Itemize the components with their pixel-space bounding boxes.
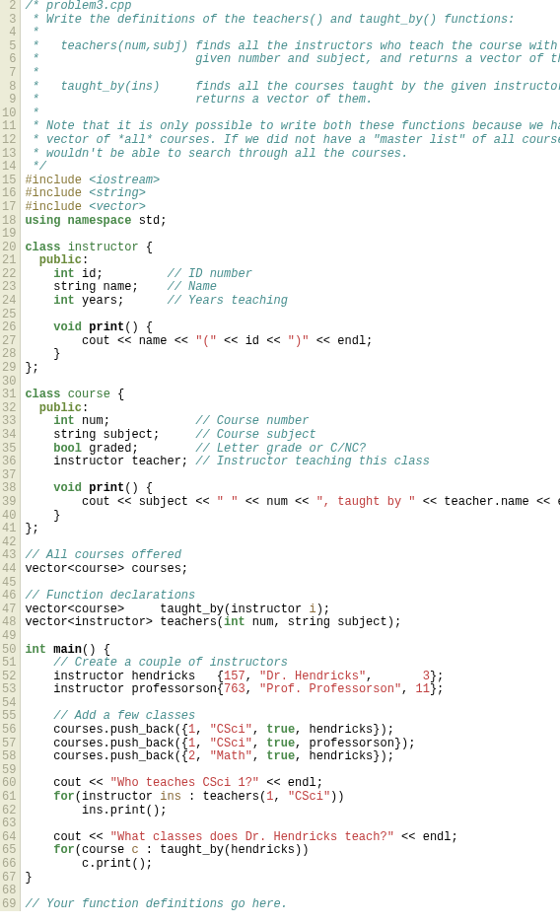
code-line[interactable]: };	[25, 362, 560, 376]
token-ident: << endl;	[309, 334, 373, 348]
line-number: 36	[2, 456, 16, 469]
token-keyword: true	[266, 737, 295, 750]
code-line[interactable]	[25, 885, 560, 898]
token-comment: * Write the definitions of the teachers(…	[25, 13, 515, 27]
code-line[interactable]: * Note that it is only possible to write…	[25, 120, 560, 134]
code-line[interactable]: }	[25, 348, 560, 362]
token-comment: // Course number	[195, 414, 309, 428]
code-line[interactable]	[25, 764, 560, 778]
code-line[interactable]: cout << name << "(" << id << ")" << endl…	[25, 335, 560, 349]
code-line[interactable]: #include <vector>	[25, 201, 560, 215]
code-line[interactable]: // Add a few classes	[25, 710, 560, 724]
code-line[interactable]: string name; // Name	[25, 281, 560, 295]
code-line[interactable]: vector<instructor> teachers(int num, str…	[25, 616, 560, 630]
code-line[interactable]: #include <iostream>	[25, 175, 560, 188]
code-line[interactable]: c.print();	[25, 858, 560, 872]
code-line[interactable]: using namespace std;	[25, 215, 560, 229]
line-number: 12	[2, 134, 16, 148]
token-string: "CSci"	[288, 790, 330, 804]
code-line[interactable]	[25, 536, 560, 550]
code-line[interactable]	[25, 630, 560, 644]
line-number: 52	[2, 671, 16, 684]
code-line[interactable]: vector<course> taught_by(instructor i);	[25, 604, 560, 617]
code-line[interactable]: public:	[25, 402, 560, 416]
token-ident	[25, 267, 53, 281]
code-line[interactable]: instructor professorson{763, "Prof. Prof…	[25, 683, 560, 697]
token-ident: cout <<	[25, 830, 109, 844]
code-line[interactable]: * taught_by(ins) finds all the courses t…	[25, 81, 560, 95]
code-line[interactable]: courses.push_back({2, "Math", true, hend…	[25, 750, 560, 764]
line-number: 50	[2, 644, 16, 658]
code-line[interactable]: // Function declarations	[25, 590, 560, 604]
code-line[interactable]: courses.push_back({1, "CSci", true, prof…	[25, 738, 560, 751]
code-line[interactable]: int id; // ID number	[25, 268, 560, 282]
code-line[interactable]: vector<course> courses;	[25, 563, 560, 577]
code-line[interactable]	[25, 697, 560, 711]
token-ident: ,	[252, 737, 266, 750]
token-keyword: using namespace	[25, 214, 131, 228]
code-line[interactable]: for(instructor ins : teachers(1, "CSci")…	[25, 791, 560, 805]
code-line[interactable]: * returns a vector of them.	[25, 94, 560, 107]
code-line[interactable]: bool graded; // Letter grade or C/NC?	[25, 443, 560, 457]
line-number: 31	[2, 389, 16, 402]
code-line[interactable]: * vector of *all* courses. If we did not…	[25, 134, 560, 148]
code-line[interactable]: int years; // Years teaching	[25, 295, 560, 309]
code-line[interactable]: *	[25, 107, 560, 121]
code-line[interactable]	[25, 817, 560, 831]
code-line[interactable]	[25, 376, 560, 390]
code-line[interactable]: courses.push_back({1, "CSci", true, hend…	[25, 724, 560, 738]
token-func: print	[89, 481, 124, 495]
code-line[interactable]: /* problem3.cpp	[25, 0, 560, 14]
code-line[interactable]: cout << subject << " " << num << ", taug…	[25, 496, 560, 510]
code-line[interactable]: string subject; // Course subject	[25, 429, 560, 443]
code-line[interactable]: class instructor {	[25, 242, 560, 255]
code-line[interactable]: // Create a couple of instructors	[25, 657, 560, 671]
token-ident	[25, 320, 53, 334]
token-ident: << teacher.name << endl;	[416, 495, 561, 509]
code-line[interactable]: * teachers(num,subj) finds all the instr…	[25, 40, 560, 54]
code-line[interactable]: };	[25, 523, 560, 536]
code-line[interactable]: public:	[25, 254, 560, 268]
token-ident	[25, 401, 38, 415]
token-comment: * wouldn't be able to search through all…	[25, 147, 408, 161]
token-preproc: #include	[25, 174, 89, 187]
token-comment: // Create a couple of instructors	[53, 656, 288, 670]
code-line[interactable]: // All courses offered	[25, 549, 560, 563]
code-line[interactable]: */	[25, 161, 560, 175]
line-number: 20	[2, 242, 16, 255]
code-line[interactable]: class course {	[25, 389, 560, 402]
code-line[interactable]: *	[25, 27, 560, 40]
code-line[interactable]: void print() {	[25, 482, 560, 496]
code-line[interactable]: }	[25, 510, 560, 524]
token-ident	[25, 709, 53, 723]
code-editor[interactable]: /* problem3.cpp * Write the definitions …	[21, 0, 560, 911]
code-line[interactable]	[25, 577, 560, 591]
code-line[interactable]: }	[25, 872, 560, 886]
code-line[interactable]	[25, 469, 560, 483]
token-comment: *	[25, 107, 38, 120]
line-number: 37	[2, 469, 16, 483]
code-line[interactable]: * Write the definitions of the teachers(…	[25, 14, 560, 28]
code-line[interactable]: void print() {	[25, 321, 560, 335]
code-line[interactable]: int num; // Course number	[25, 415, 560, 429]
code-line[interactable]: int main() {	[25, 644, 560, 658]
code-line[interactable]: for(course c : taught_by(hendricks))	[25, 844, 560, 858]
token-func: main	[53, 643, 82, 657]
code-line[interactable]: instructor teacher; // Instructor teachi…	[25, 456, 560, 469]
code-line[interactable]: * wouldn't be able to search through all…	[25, 148, 560, 162]
code-line[interactable]: instructor hendricks {157, "Dr. Hendrick…	[25, 671, 560, 684]
code-line[interactable]: cout << "Who teaches CSci 1?" << endl;	[25, 777, 560, 791]
code-line[interactable]: *	[25, 67, 560, 81]
code-line[interactable]: ins.print();	[25, 805, 560, 818]
line-number: 4	[2, 27, 16, 40]
code-line[interactable]	[25, 309, 560, 322]
code-line[interactable]: cout << "What classes does Dr. Hendricks…	[25, 831, 560, 845]
code-line[interactable]: #include <string>	[25, 187, 560, 201]
token-ident: : taught_by(hendricks))	[139, 843, 310, 857]
token-keyword: for	[53, 790, 75, 804]
token-ident: };	[25, 522, 38, 535]
token-comment: * taught_by(ins) finds all the courses t…	[25, 80, 560, 94]
code-line[interactable]	[25, 228, 560, 242]
code-line[interactable]: // Your function definitions go here.	[25, 898, 560, 912]
code-line[interactable]: * given number and subject, and returns …	[25, 53, 560, 67]
